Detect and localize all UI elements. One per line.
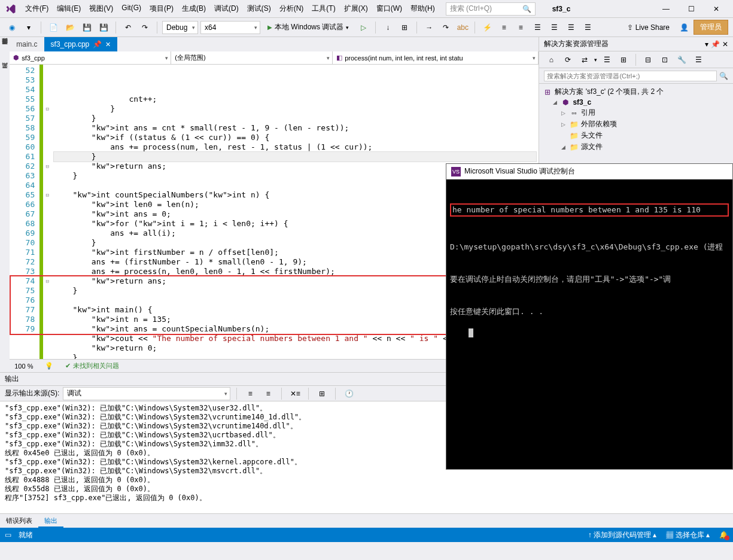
run-without-debug-icon[interactable]: ▷ (356, 20, 370, 35)
expand-icon[interactable]: ▷ (559, 110, 567, 116)
bookmark-icon[interactable]: ☰ (580, 20, 595, 35)
collapse-icon[interactable]: ⊟ (641, 53, 655, 67)
spell-icon[interactable]: abc (455, 20, 470, 35)
filter-icon[interactable]: ⊡ (658, 53, 672, 67)
expand-icon[interactable]: ◢ (559, 144, 567, 150)
refs-icon: ▫▫ (569, 109, 579, 117)
add-to-source-control[interactable]: ↑ 添加到源代码管理 ▴ (588, 530, 657, 540)
switch-icon[interactable]: ⇄ (577, 53, 592, 67)
save-all-icon[interactable]: 💾 (96, 20, 111, 35)
solution-search-input[interactable] (544, 71, 717, 81)
menu-analyze[interactable]: 分析(N) (276, 1, 308, 16)
sync-icon[interactable]: ⟳ (561, 53, 575, 67)
console-title-bar[interactable]: VS Microsoft Visual Studio 调试控制台 (446, 164, 732, 179)
clear-icon[interactable]: ≡ (243, 386, 257, 401)
tab-sf3-cpp[interactable]: sf3_cpp.cpp 📌 ✕ (44, 37, 118, 51)
menu-debug[interactable]: 调试(D) (211, 1, 242, 16)
menu-help[interactable]: 帮助(H) (407, 1, 439, 16)
user-icon[interactable]: 👤 (677, 20, 691, 35)
save-icon[interactable]: 💾 (80, 20, 94, 35)
pin-icon[interactable]: 📌 (93, 40, 102, 48)
minimize-button[interactable]: — (654, 1, 678, 17)
view-icon[interactable]: ☰ (691, 53, 705, 67)
menu-extensions[interactable]: 扩展(X) (340, 1, 372, 16)
menu-project[interactable]: 项目(P) (146, 1, 177, 16)
tab-output[interactable]: 输出 (38, 514, 63, 528)
home-icon[interactable]: ⌂ (544, 53, 558, 67)
nav-project-combo[interactable]: ⬢ sf3_cpp (10, 51, 171, 64)
wand-icon[interactable]: ⚡ (480, 20, 494, 35)
menu-file[interactable]: 文件(F) (22, 1, 52, 16)
zoom-level[interactable]: 100 % (14, 363, 33, 370)
run-debug-button[interactable]: ▶ 本地 Windows 调试器 ▾ (263, 20, 354, 35)
menu-git[interactable]: Git(G) (118, 1, 145, 16)
nav-scope-combo[interactable]: (全局范围) (171, 51, 333, 64)
menu-tools[interactable]: 工具(T) (308, 1, 339, 16)
tab-main-c[interactable]: main.c (10, 37, 44, 51)
main-toolbar: ◉ ▾ 📄 📂 💾 💾 ↶ ↷ Debug x64 ▶ 本地 Windows 调… (0, 18, 733, 37)
undo-icon[interactable]: ↶ (121, 20, 135, 35)
references-node[interactable]: ▷ ▫▫ 引用 (543, 107, 729, 118)
dropdown-icon[interactable]: ▾ (705, 40, 708, 48)
select-repo[interactable]: ▦ 选择仓库 ▴ (666, 530, 710, 540)
nav-function-combo[interactable]: ◧ process(int num, int len, int rest, in… (333, 51, 539, 64)
menu-view[interactable]: 视图(V) (86, 1, 117, 16)
search-input[interactable]: 搜索 (Ctrl+Q) 🔍 (446, 2, 536, 16)
uncomment-icon[interactable]: ☰ (547, 20, 561, 35)
tool-icon[interactable]: ↓ (381, 20, 395, 35)
menu-build[interactable]: 生成(B) (178, 1, 209, 16)
panel-toolbar: ⌂ ⟳ ⇄ ▾ ☰ ⊞ ⊟ ⊡ 🔧 ☰ (539, 51, 733, 68)
step-icon[interactable]: ↷ (439, 20, 453, 35)
lightbulb-icon[interactable]: 💡 (45, 362, 53, 370)
menu-edit[interactable]: 编辑(E) (53, 1, 84, 16)
project-icon: ⬢ (13, 54, 19, 62)
config-combo[interactable]: Debug (162, 21, 198, 34)
tool-icon[interactable]: ⊞ (397, 20, 412, 35)
fold-column[interactable]: ⊟⊟⊟⊟ (43, 65, 51, 359)
maximize-button[interactable]: ☐ (679, 1, 703, 17)
sources-node[interactable]: ◢ 📁 源文件 (543, 141, 729, 153)
properties-icon[interactable]: ⊞ (616, 53, 631, 67)
check-icon: ✔ (65, 362, 71, 370)
comment-icon[interactable]: ☰ (530, 20, 545, 35)
platform-combo[interactable]: x64 (200, 21, 260, 34)
project-node[interactable]: ◢ ⬢ sf3_c (543, 98, 729, 107)
menu-window[interactable]: 窗口(W) (373, 1, 406, 16)
headers-node[interactable]: 📁 头文件 (543, 130, 729, 141)
new-icon[interactable]: 📄 (46, 20, 60, 35)
step-icon[interactable]: → (422, 20, 436, 35)
console-output: he number of special numbers between 1 a… (446, 179, 732, 469)
open-icon[interactable]: 📂 (63, 20, 77, 35)
nav-fwd-icon[interactable]: ▾ (22, 20, 36, 35)
admin-badge: 管理员 (694, 20, 728, 35)
bookmark-icon[interactable]: ☰ (564, 20, 578, 35)
wrench-icon[interactable]: 🔧 (674, 53, 689, 67)
indent-icon[interactable]: ≡ (497, 20, 511, 35)
notifications-icon[interactable]: 🔔 (719, 531, 728, 539)
expand-icon[interactable]: ◢ (551, 99, 558, 105)
output-source-combo[interactable]: 调试 (63, 387, 230, 400)
wrap-icon[interactable]: ✕≡ (288, 386, 302, 401)
external-deps-node[interactable]: ▷ 📁 外部依赖项 (543, 118, 729, 130)
pin-icon[interactable]: 📌 (711, 40, 720, 48)
clock-icon[interactable]: 🕐 (342, 386, 356, 401)
function-icon: ◧ (336, 54, 342, 62)
debug-console-window[interactable]: VS Microsoft Visual Studio 调试控制台 he numb… (446, 163, 733, 470)
toggle-icon[interactable]: ≡ (261, 386, 275, 401)
autoscroll-icon[interactable]: ⊞ (315, 386, 329, 401)
solution-node[interactable]: ⊞ 解决方案 'sf3_c' (2 个项目, 共 2 个 (543, 86, 729, 98)
close-tab-icon[interactable]: ✕ (105, 41, 111, 48)
expand-icon[interactable]: ▷ (559, 121, 567, 127)
search-icon[interactable]: 🔍 (719, 72, 728, 80)
close-panel-icon[interactable]: ✕ (722, 40, 728, 48)
close-button[interactable]: ✕ (704, 1, 728, 17)
show-all-icon[interactable]: ☰ (600, 53, 614, 67)
solution-tree[interactable]: ⊞ 解决方案 'sf3_c' (2 个项目, 共 2 个 ◢ ⬢ sf3_c ▷… (539, 84, 733, 155)
nav-back-icon[interactable]: ◉ (5, 20, 19, 35)
tab-error-list[interactable]: 错误列表 (0, 514, 38, 528)
format-icon[interactable]: ≡ (513, 20, 528, 35)
liveshare-button[interactable]: ⇪ Live Share (622, 23, 674, 32)
nav-bar: ⬢ sf3_cpp (全局范围) ◧ process(int num, int … (10, 51, 539, 65)
menu-test[interactable]: 测试(S) (244, 1, 275, 16)
redo-icon[interactable]: ↷ (138, 20, 152, 35)
